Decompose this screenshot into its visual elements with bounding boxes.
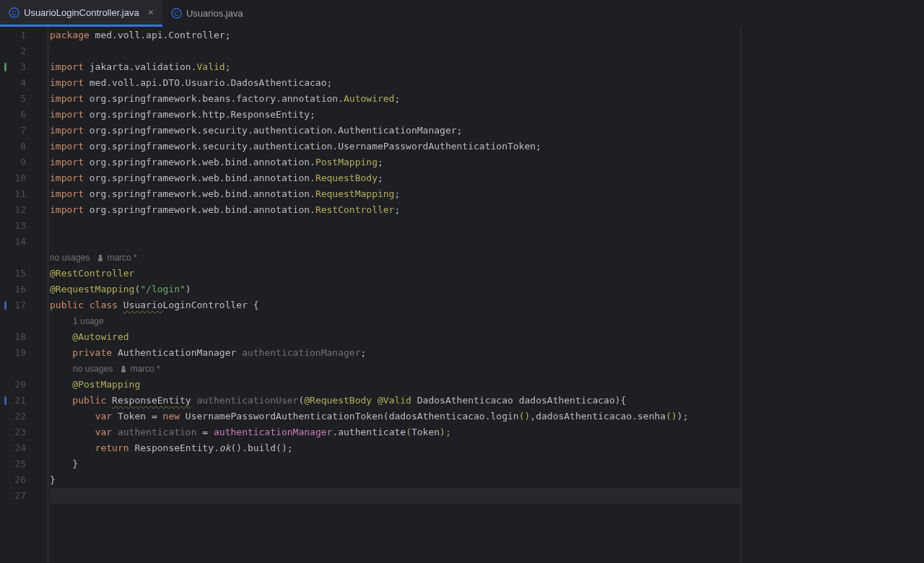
code-line (50, 234, 741, 250)
code-line (50, 43, 741, 59)
code-line: import org.springframework.security.auth… (50, 123, 741, 139)
inlay-hint[interactable]: no usages marco * (50, 250, 741, 266)
line-number: 23 (0, 424, 42, 440)
svg-text:C: C (174, 10, 178, 17)
code-line: @RestController (50, 266, 741, 282)
code-line: } (50, 472, 741, 488)
code-line: import org.springframework.security.auth… (50, 139, 741, 154)
code-line: return ResponseEntity.ok().build(); (50, 440, 741, 456)
line-number: 11 (0, 186, 42, 202)
line-number: 19 (0, 345, 42, 361)
line-number: 13 (0, 218, 42, 234)
code-line: import org.springframework.http.Response… (50, 107, 741, 123)
line-number: 8 (0, 139, 42, 154)
svg-text:C: C (12, 9, 16, 16)
close-icon[interactable]: × (148, 6, 154, 18)
line-number-gutter[interactable]: 1 2 3 4 5 6 7 8 9 10 11 12 13 14 15 16 1… (0, 27, 42, 563)
code-content[interactable]: package med.voll.api.Controller; import … (48, 27, 741, 563)
line-number (0, 313, 42, 329)
code-line: private AuthenticationManager authentica… (50, 345, 741, 361)
code-line: public ResponseEntity authenticationUser… (50, 393, 741, 409)
java-class-icon: C (171, 8, 182, 19)
code-line: import med.voll.api.DTO.Usuario.DadosAth… (50, 75, 741, 91)
line-number: 12 (0, 202, 42, 218)
code-line: } (50, 456, 741, 472)
code-column: package med.voll.api.Controller; import … (42, 27, 924, 563)
tab-label: Usuarios.java (186, 8, 243, 19)
line-number: 4 (0, 75, 42, 91)
code-line: @Autowired (50, 329, 741, 345)
code-line: import jakarta.validation.Valid; (50, 59, 741, 75)
line-number: 27 (0, 488, 42, 504)
code-line: import org.springframework.web.bind.anno… (50, 202, 741, 218)
code-line: @PostMapping (50, 377, 741, 393)
line-number: 16 (0, 282, 42, 297)
code-line-cursor (50, 488, 741, 504)
line-number: 14 (0, 234, 42, 250)
line-number: 3 (0, 59, 42, 75)
line-number: 26 (0, 472, 42, 488)
java-class-icon: C (9, 7, 19, 18)
code-line: public class UsuarioLoginController { (50, 297, 741, 313)
inlay-hint[interactable]: no usages marco * (50, 361, 741, 377)
line-number: 22 (0, 409, 42, 424)
line-number: 24 (0, 440, 42, 456)
line-number: 5 (0, 91, 42, 107)
line-number: 10 (0, 170, 42, 186)
code-line: import org.springframework.web.bind.anno… (50, 186, 741, 202)
line-number: 21 (0, 393, 42, 409)
line-number: 9 (0, 154, 42, 170)
line-number: 7 (0, 123, 42, 139)
line-number: 6 (0, 107, 42, 123)
code-line: import org.springframework.beans.factory… (50, 91, 741, 107)
code-line (50, 218, 741, 234)
line-number: 15 (0, 266, 42, 282)
tab-usuarios[interactable]: C Usuarios.java (162, 0, 252, 27)
inlay-hint[interactable]: 1 usage (50, 313, 741, 329)
code-line: var authentication = authenticationManag… (50, 424, 741, 440)
editor-tabs: C UsuarioLoginController.java × C Usuari… (0, 0, 924, 27)
line-number: 25 (0, 456, 42, 472)
line-number: 20 (0, 377, 42, 393)
code-line: var Token = new UsernamePasswordAuthenti… (50, 409, 741, 424)
line-number: 2 (0, 43, 42, 59)
code-line: package med.voll.api.Controller; (50, 27, 741, 43)
line-number: 17 (0, 297, 42, 313)
code-line: @RequestMapping("/login") (50, 282, 741, 297)
tab-label: UsuarioLoginController.java (24, 7, 139, 18)
line-number: 1 (0, 27, 42, 43)
code-line: import org.springframework.web.bind.anno… (50, 154, 741, 170)
code-line: import org.springframework.web.bind.anno… (50, 170, 741, 186)
editor-area: 1 2 3 4 5 6 7 8 9 10 11 12 13 14 15 16 1… (0, 27, 924, 563)
line-number: 18 (0, 329, 42, 345)
line-number (0, 250, 42, 266)
line-number (0, 361, 42, 377)
tab-usuario-login-controller[interactable]: C UsuarioLoginController.java × (0, 0, 162, 27)
